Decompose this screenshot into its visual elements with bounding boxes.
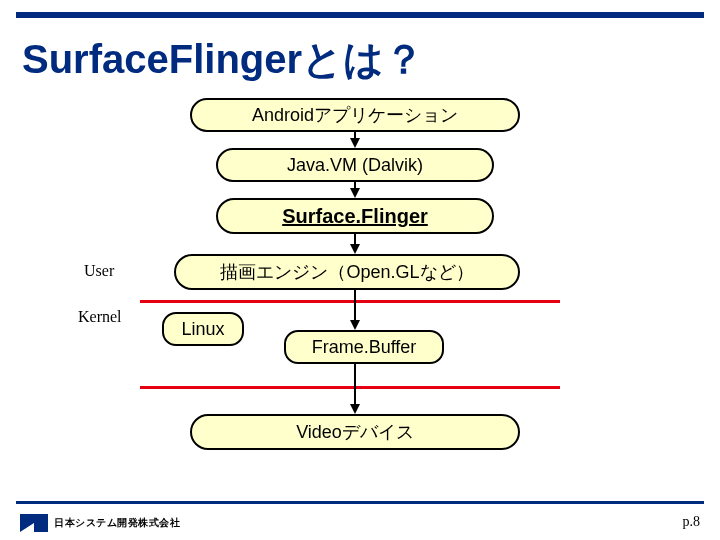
- logo-icon: [20, 514, 48, 532]
- box-linux-label: Linux: [181, 319, 224, 340]
- footer-logo: 日本システム開発株式会社: [20, 514, 180, 532]
- box-render-engine: 描画エンジン（Open.GLなど）: [174, 254, 520, 290]
- box-framebuffer-label: Frame.Buffer: [312, 337, 417, 358]
- page-number: p.8: [683, 514, 701, 530]
- label-kernel: Kernel: [78, 308, 122, 326]
- top-accent-bar: [16, 12, 704, 18]
- box-android-app: Androidアプリケーション: [190, 98, 520, 132]
- divider-user-kernel: [140, 300, 560, 303]
- box-java-vm-label: Java.VM (Dalvik): [287, 155, 423, 176]
- box-android-app-label: Androidアプリケーション: [252, 103, 458, 127]
- box-framebuffer: Frame.Buffer: [284, 330, 444, 364]
- divider-kernel-hw: [140, 386, 560, 389]
- arrow-stem-3: [354, 234, 356, 244]
- arrow-head-1: [350, 138, 360, 148]
- box-video-device-label: Videoデバイス: [296, 420, 414, 444]
- box-render-engine-label: 描画エンジン（Open.GLなど）: [220, 260, 473, 284]
- arrow-head-4: [350, 320, 360, 330]
- arrow-head-5: [350, 404, 360, 414]
- box-surface-flinger: Surface.Flinger: [216, 198, 494, 234]
- footer-accent-bar: [16, 501, 704, 504]
- box-java-vm: Java.VM (Dalvik): [216, 148, 494, 182]
- arrow-head-2: [350, 188, 360, 198]
- page-title: SurfaceFlingerとは？: [22, 32, 424, 87]
- company-name: 日本システム開発株式会社: [54, 516, 180, 530]
- box-surface-flinger-label: Surface.Flinger: [282, 205, 428, 228]
- arrow-stem-4: [354, 290, 356, 320]
- arrow-head-3: [350, 244, 360, 254]
- box-video-device: Videoデバイス: [190, 414, 520, 450]
- box-linux: Linux: [162, 312, 244, 346]
- arrow-stem-5: [354, 364, 356, 404]
- label-user: User: [84, 262, 114, 280]
